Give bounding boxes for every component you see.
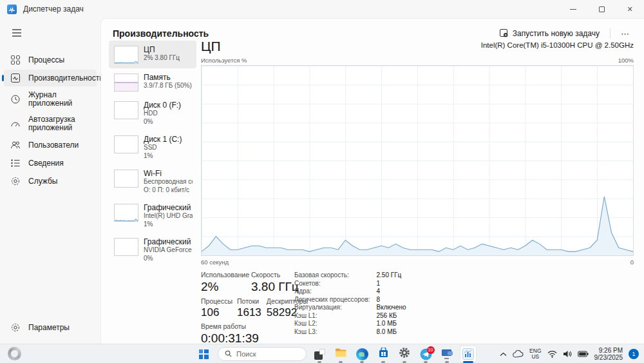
wifi-icon[interactable] (547, 351, 557, 358)
tray-chevron-icon[interactable] (500, 352, 507, 357)
clock[interactable]: 9:26 PM 9/23/2025 (594, 347, 623, 361)
perf-item-sub: О: 0 П: 0 кбит/с (144, 186, 193, 195)
app-window-icon (314, 349, 325, 360)
sidebar-item-label: Службы (28, 177, 57, 186)
start-button[interactable] (194, 346, 213, 362)
volume-icon[interactable] (563, 350, 572, 358)
perf-item-memory[interactable]: Память 3.9/7.8 ГБ (50%) (109, 68, 196, 96)
stat-label: Использование (201, 271, 246, 279)
sidebar-item-services[interactable]: Службы (4, 173, 97, 190)
perf-item-sub: 1% (144, 221, 193, 229)
sidebar-item-performance[interactable]: Производительность (4, 70, 97, 86)
perf-item-title: ЦП (144, 45, 180, 54)
sidebar-item-label: Автозагрузка приложений (28, 115, 93, 132)
details-list-icon (10, 158, 21, 168)
tray-date: 9/23/2025 (594, 354, 623, 361)
sidebar-item-label: Пользователи (28, 141, 79, 150)
perf-item-cpu[interactable]: ЦП 2% 3.80 ГГц (109, 41, 196, 68)
users-icon (10, 140, 21, 150)
header-divider (610, 28, 611, 39)
perf-item-disk0[interactable]: Диск 0 (F:) HDD 0% (109, 96, 196, 130)
perf-item-disk1[interactable]: Диск 1 (C:) SSD 1% (109, 130, 196, 164)
cpu-usage-chart (201, 65, 634, 256)
computer-icon (441, 349, 453, 359)
axis-max-label: 100% (618, 57, 634, 64)
perf-item-sub: Беспроводная сеть (144, 178, 193, 186)
stat-value: 1.0 МБ (376, 320, 406, 327)
task-manager-icon (462, 348, 474, 360)
stat-label: Кэш L1: (294, 312, 370, 319)
clock-history-icon (10, 94, 21, 104)
sidebar-item-details[interactable]: Сведения (4, 155, 97, 172)
perf-item-title: Графический процессор (144, 237, 193, 246)
taskbar-app-window[interactable] (311, 346, 328, 362)
disk1-sparkline (114, 135, 138, 153)
taskbar-task-manager[interactable] (460, 346, 477, 362)
notification-badge[interactable]: 1 (629, 349, 639, 359)
sidebar-item-label: Сведения (28, 159, 64, 168)
perf-item-title: Wi-Fi (144, 169, 193, 178)
taskbar-store[interactable] (375, 346, 392, 362)
hamburger-menu-icon[interactable] (6, 23, 27, 43)
taskbar-edge[interactable] (354, 346, 370, 362)
perf-item-sub: 1% (144, 152, 182, 161)
stat-label: Базовая скорость: (294, 271, 370, 279)
stat-value: 256 КБ (376, 312, 406, 319)
perf-item-sub: Intel(R) UHD Graphics (144, 212, 193, 221)
perf-item-gpu0[interactable]: Графический процессор Intel(R) UHD Graph… (109, 199, 196, 233)
language-indicator[interactable]: ENG US (529, 348, 541, 360)
taskbar-settings[interactable] (396, 346, 413, 362)
stat-value: 1613 (237, 306, 261, 319)
sidebar-item-startup-apps[interactable]: Автозагрузка приложений (4, 112, 97, 135)
onedrive-cloud-icon[interactable] (513, 350, 524, 358)
battery-icon[interactable] (578, 351, 589, 357)
search-input[interactable]: Поиск (218, 347, 307, 361)
sidebar-item-settings[interactable]: Параметры (4, 319, 97, 336)
run-task-icon (499, 28, 508, 39)
cpu-stats-left: Использование 2% Скорость 3.80 ГГц Проце… (201, 271, 294, 349)
axis-zero-label: 0 (630, 259, 634, 266)
more-options-icon[interactable]: ⋯ (614, 28, 636, 40)
microsoft-store-icon (378, 348, 389, 361)
performance-list: ЦП 2% 3.80 ГГц Память 3.9/7.8 ГБ (50%) Д… (109, 41, 196, 267)
telegram-icon: 10 (420, 348, 432, 360)
close-button[interactable]: ✕ (616, 0, 644, 18)
perf-item-wifi[interactable]: Wi-Fi Беспроводная сеть О: 0 П: 0 кбит/с (109, 164, 196, 199)
window-title: Диспетчер задач (23, 5, 84, 14)
startup-gauge-icon (10, 119, 21, 129)
perf-item-sub: HDD (144, 110, 181, 118)
windows-logo-icon (199, 349, 209, 359)
processes-icon (10, 55, 21, 65)
taskbar: Поиск (0, 344, 644, 363)
maximize-button[interactable] (587, 0, 616, 18)
perf-item-sub: 2% 3.80 ГГц (144, 54, 180, 63)
cpu-stats-right: Базовая скорость:2.50 ГГц Сокетов:1 Ядра… (294, 271, 406, 349)
widgets-icon[interactable] (8, 347, 21, 360)
sidebar-item-label: Процессы (28, 56, 64, 64)
search-icon (225, 350, 232, 358)
taskbar-computer-app[interactable] (439, 346, 455, 362)
taskbar-telegram[interactable]: 10 (417, 346, 434, 362)
memory-sparkline (114, 74, 138, 92)
stat-label: Кэш L3: (294, 328, 370, 335)
telegram-badge: 10 (427, 346, 435, 354)
stat-label: Скорость (251, 271, 299, 279)
perf-item-gpu1[interactable]: Графический процессор NVIDIA GeForce GTX… (109, 233, 196, 267)
sidebar-item-app-history[interactable]: Журнал приложений (4, 88, 97, 111)
perf-item-sub: 0% (144, 118, 181, 126)
stat-label: Время работы (201, 322, 259, 330)
sidebar-item-users[interactable]: Пользователи (4, 137, 97, 153)
perf-item-title: Диск 1 (C:) (144, 135, 182, 144)
cpu-model: Intel(R) Core(TM) i5-10300H CPU @ 2.50GH… (481, 41, 634, 49)
taskbar-file-explorer[interactable] (332, 346, 349, 362)
stat-label: Ядра: (294, 288, 370, 295)
stat-value: 106 (201, 306, 232, 319)
settings-gear-icon (10, 322, 21, 333)
perf-item-sub: 3.9/7.8 ГБ (50%) (144, 82, 192, 90)
sidebar-item-label: Производительность (28, 74, 103, 83)
minimize-button[interactable] (559, 0, 587, 18)
stat-value: 8.0 МБ (376, 328, 406, 335)
sidebar-item-processes[interactable]: Процессы (4, 52, 97, 68)
stat-value: 2.50 ГГц (376, 271, 406, 279)
task-manager-app-icon (7, 5, 17, 14)
